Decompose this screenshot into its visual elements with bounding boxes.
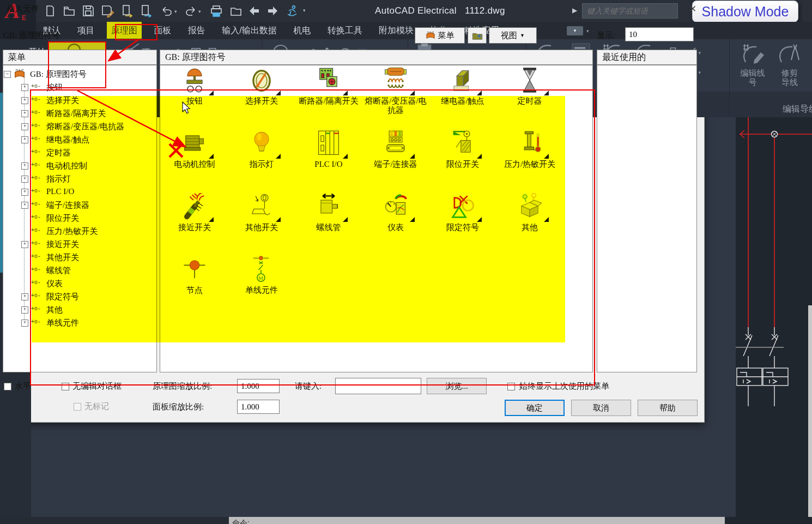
no-edit-dialog-checkbox[interactable] — [62, 383, 69, 390]
close-icon[interactable]: ✕ — [686, 3, 700, 15]
tree-item[interactable]: +o-其他开关 — [3, 252, 154, 264]
expand-icon[interactable]: + — [21, 241, 28, 248]
open-file-icon[interactable] — [63, 4, 76, 17]
expand-icon[interactable]: + — [21, 123, 28, 130]
symbol-cell[interactable]: 节点 — [161, 256, 228, 295]
new-folder-icon[interactable] — [229, 4, 243, 17]
ribbon-display-toggle-icon[interactable]: ▾ — [567, 26, 583, 35]
horizontal-checkbox[interactable] — [4, 383, 11, 390]
tab-panel[interactable]: 面板 — [149, 22, 175, 39]
tree-root-item[interactable]: − GB: 原理图符号 — [3, 69, 154, 81]
edit-wires-panel-label[interactable]: 编辑导线 — [783, 104, 812, 115]
expand-icon[interactable]: + — [21, 320, 28, 327]
expand-icon[interactable]: + — [21, 176, 28, 183]
undo-icon[interactable] — [160, 4, 173, 17]
tree-item[interactable]: +o-限位开关 — [3, 213, 154, 225]
forward-icon[interactable] — [266, 4, 279, 17]
tree-item[interactable]: ++o-断路器/隔离开关 — [3, 108, 154, 120]
tab-import-export[interactable]: 输入/输出数据 — [217, 22, 281, 39]
tab-add-ins[interactable]: 附加模块 — [374, 22, 418, 39]
display-count-input[interactable] — [625, 27, 694, 41]
tree-item[interactable]: +o-压力/热敏开关 — [3, 226, 154, 238]
symbol-cell[interactable]: 端子/连接器 — [362, 130, 429, 169]
print-icon[interactable] — [210, 4, 223, 17]
drawing-canvas[interactable] — [736, 117, 812, 524]
view-button[interactable]: 视图 ▼ — [489, 27, 537, 44]
tree-item[interactable]: ++o-按钮 — [3, 82, 154, 94]
command-line[interactable]: 命令: — [229, 517, 728, 524]
symbol-cell[interactable]: 其他开关 — [228, 193, 295, 232]
expand-icon[interactable]: + — [21, 202, 28, 209]
help-button[interactable]: 帮助 — [638, 400, 698, 416]
ribbon-display-dropdown-icon[interactable]: ▾ — [586, 28, 589, 34]
expand-icon[interactable]: + — [21, 97, 28, 104]
tab-reports[interactable]: 报告 — [184, 22, 210, 39]
symbol-cell[interactable]: 继电器/触点 — [429, 67, 496, 106]
expand-icon[interactable]: + — [21, 110, 28, 117]
undo-dropdown-icon[interactable]: ▾ — [174, 9, 177, 14]
export-icon[interactable] — [120, 4, 134, 17]
expand-icon[interactable]: + — [21, 136, 28, 143]
symbol-cell[interactable]: M 单线元件 — [228, 256, 295, 295]
redo-icon[interactable] — [184, 4, 197, 17]
schematic-scale-input[interactable] — [237, 379, 280, 393]
redo-dropdown-icon[interactable]: ▾ — [198, 9, 201, 14]
tree-item[interactable]: ++o-限定符号 — [3, 291, 154, 303]
tree-item[interactable]: ++o-端子/连接器 — [3, 200, 154, 212]
collapse-icon[interactable]: − — [4, 71, 11, 78]
menu-button[interactable]: 菜单 — [415, 27, 465, 44]
tab-electromechanical[interactable]: 机电 — [289, 22, 315, 39]
always-show-last-menu-checkbox[interactable] — [507, 383, 515, 390]
trim-wire-button[interactable]: 修剪导线 — [774, 41, 805, 94]
symbol-cell[interactable]: 压力/热敏开关 — [496, 130, 563, 169]
tree-item[interactable]: ++o-PLC I/O — [3, 186, 154, 198]
tree-item[interactable]: ++o-指示灯 — [3, 173, 154, 185]
tree-item[interactable]: +o-螺线管 — [3, 265, 154, 277]
tree-item[interactable]: +o-仪表 — [3, 278, 154, 290]
ok-button[interactable]: 确定 — [505, 400, 565, 416]
browse-button[interactable]: 浏览... — [427, 378, 487, 394]
tab-project[interactable]: 项目 — [72, 22, 99, 39]
tree-item[interactable]: ++o-熔断器/变压器/电抗器 — [3, 121, 154, 133]
symbol-cell[interactable]: 指示灯 — [228, 130, 295, 169]
tab-schematic[interactable]: 原理图 — [107, 22, 142, 39]
save-icon[interactable] — [82, 4, 95, 17]
transfer-icon[interactable] — [140, 4, 153, 17]
tree-item[interactable]: ++o-单线元件 — [3, 317, 154, 329]
expand-icon[interactable]: + — [21, 189, 28, 196]
qat-dropdown-icon[interactable]: ▾ — [303, 8, 306, 13]
back-icon[interactable] — [248, 4, 261, 17]
symbol-cell[interactable]: 选择开关 — [228, 67, 295, 106]
cancel-button[interactable]: 取消 — [571, 400, 631, 416]
save-as-icon[interactable] — [101, 4, 114, 17]
type-it-input[interactable] — [335, 378, 421, 394]
symbol-cell[interactable]: 熔断器/变压器/电抗器 — [362, 67, 429, 115]
symbol-cell[interactable]: PLC I/O — [295, 130, 362, 169]
sketch-icon[interactable] — [286, 4, 299, 17]
symbol-cell[interactable]: 限位开关 — [429, 130, 496, 169]
tree-item[interactable]: +o-定时器 — [3, 147, 154, 159]
edit-wire-number-button[interactable]: 编辑线号 — [737, 41, 768, 94]
tree-item[interactable]: ++o-其他 — [3, 304, 154, 316]
panel-scale-input[interactable] — [237, 400, 280, 414]
symbol-cell[interactable]: 螺线管 — [295, 193, 362, 232]
symbol-cell[interactable]: 电动机控制 — [161, 130, 228, 169]
symbol-cell[interactable]: 仪表 — [362, 193, 429, 232]
symbol-cell[interactable]: 限定符号 — [429, 193, 496, 232]
symbol-cell[interactable]: 断路器/隔离开关 — [295, 67, 362, 106]
expand-icon[interactable]: + — [21, 293, 28, 300]
tree-item[interactable]: ++o-接近开关 — [3, 239, 154, 251]
new-file-icon[interactable] — [44, 4, 57, 17]
symbol-cell[interactable]: 接近开关 — [161, 193, 228, 232]
menu-browse-button[interactable] — [468, 27, 487, 44]
expand-icon[interactable]: + — [21, 84, 28, 91]
expand-icon[interactable]: + — [21, 306, 28, 314]
search-collapse-icon[interactable]: ▶ — [572, 7, 577, 14]
tree-item[interactable]: ++o-电动机控制 — [3, 160, 154, 172]
tree-item[interactable]: ++o-继电器/触点 — [3, 134, 154, 146]
help-search-input[interactable] — [582, 3, 678, 19]
tab-conversion-tools[interactable]: 转换工具 — [323, 22, 367, 39]
symbol-cell[interactable]: 按钮 — [161, 67, 228, 106]
tree-item[interactable]: ++o-选择开关 — [3, 95, 154, 107]
expand-icon[interactable]: + — [21, 162, 28, 170]
